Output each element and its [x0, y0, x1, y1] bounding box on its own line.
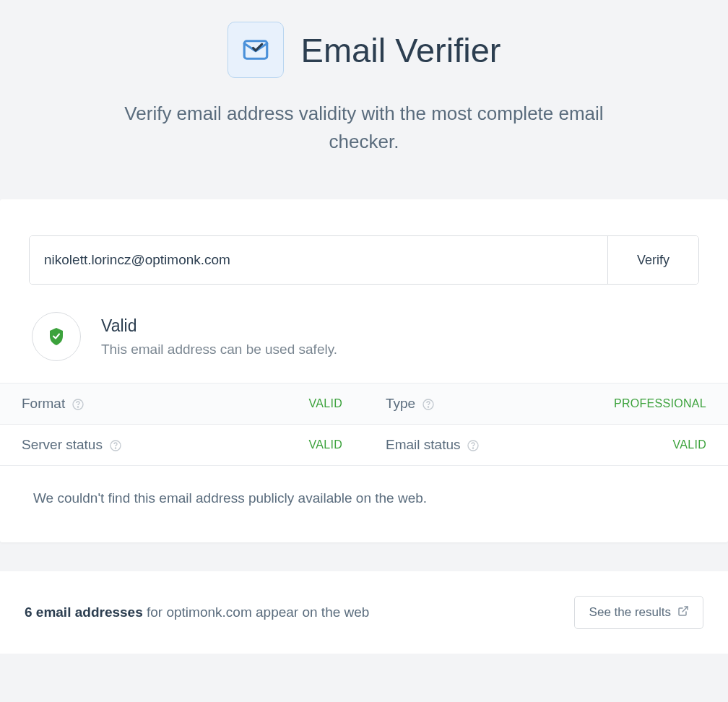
results-button-label: See the results	[589, 605, 671, 620]
detail-email-status: Email status VALID	[364, 424, 728, 466]
external-link-icon	[678, 605, 688, 620]
email-verifier-icon	[228, 22, 284, 78]
footer-text: 6 email addresses for optimonk.com appea…	[25, 604, 369, 620]
shield-check-icon	[32, 312, 81, 361]
svg-point-4	[428, 407, 429, 407]
footer-section: 6 email addresses for optimonk.com appea…	[0, 571, 728, 654]
detail-type-value: PROFESSIONAL	[614, 397, 706, 410]
detail-format-label: Format	[22, 396, 65, 412]
no-results-message: We couldn't find this email address publ…	[0, 466, 728, 542]
page-title: Email Verifier	[301, 30, 501, 70]
help-icon[interactable]	[72, 398, 84, 410]
footer-count-bold: 6 email addresses	[25, 604, 143, 620]
detail-format-value: VALID	[308, 397, 342, 410]
detail-email-status-label: Email status	[386, 437, 460, 453]
status-description: This email address can be used safely.	[101, 342, 337, 358]
see-results-button[interactable]: See the results	[574, 596, 703, 629]
detail-server-status: Server status VALID	[0, 424, 364, 466]
detail-format: Format VALID	[0, 383, 364, 424]
search-row: Verify	[29, 235, 699, 285]
detail-type-label: Type	[386, 396, 415, 412]
svg-line-9	[682, 607, 688, 612]
verify-button[interactable]: Verify	[607, 236, 698, 284]
detail-email-status-value: VALID	[672, 438, 706, 451]
svg-point-6	[115, 448, 116, 448]
help-icon[interactable]	[422, 398, 434, 410]
email-input[interactable]	[30, 236, 607, 284]
help-icon[interactable]	[467, 439, 479, 451]
svg-point-8	[473, 448, 474, 448]
svg-point-2	[78, 407, 79, 407]
details-grid: Format VALID Type	[0, 383, 728, 466]
detail-server-status-value: VALID	[308, 438, 342, 451]
detail-server-status-label: Server status	[22, 437, 103, 453]
footer-count-rest: for optimonk.com appear on the web	[143, 604, 370, 620]
page-subtitle: Verify email address validity with the m…	[90, 100, 638, 156]
status-title: Valid	[101, 316, 337, 336]
status-section: Valid This email address can be used saf…	[0, 285, 728, 383]
main-card: Verify Valid This email address can be u…	[0, 199, 728, 542]
detail-type: Type PROFESSIONAL	[364, 383, 728, 424]
help-icon[interactable]	[110, 439, 121, 451]
